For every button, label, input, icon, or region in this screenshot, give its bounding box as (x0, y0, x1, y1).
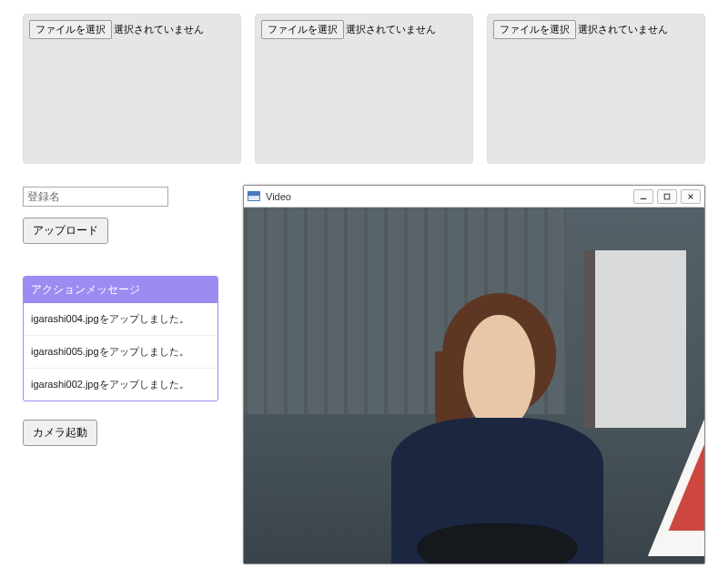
action-messages-panel: アクションメッセージ igarashi004.jpgをアップしました。 igar… (23, 276, 218, 401)
maximize-icon (663, 193, 671, 200)
video-window-title: Video (266, 191, 628, 202)
upload-slot: ファイルを選択 選択されていません (487, 14, 705, 164)
video-scene-pan (417, 523, 578, 563)
upload-slot: ファイルを選択 選択されていません (255, 14, 473, 164)
svg-rect-1 (664, 194, 670, 199)
action-messages-header: アクションメッセージ (24, 277, 217, 303)
close-button[interactable] (681, 189, 701, 204)
choose-file-button[interactable]: ファイルを選択 (261, 20, 344, 39)
file-selected-status: 選択されていません (578, 23, 668, 36)
maximize-button[interactable] (657, 189, 677, 204)
action-message-item: igarashi005.jpgをアップしました。 (24, 336, 217, 369)
file-selected-status: 選択されていません (114, 23, 204, 36)
upload-slots-row: ファイルを選択 選択されていません ファイルを選択 選択されていません ファイル… (0, 0, 728, 173)
video-window: Video (243, 185, 705, 564)
left-controls-column: アップロード アクションメッセージ igarashi004.jpgをアップしまし… (23, 187, 218, 446)
video-frame (244, 208, 704, 563)
minimize-icon (640, 193, 647, 200)
camera-start-button[interactable]: カメラ起動 (23, 420, 97, 446)
choose-file-button[interactable]: ファイルを選択 (29, 20, 112, 39)
action-message-item: igarashi004.jpgをアップしました。 (24, 303, 217, 336)
video-scene-person (391, 293, 603, 563)
minimize-button[interactable] (633, 189, 653, 204)
upload-button[interactable]: アップロード (23, 218, 108, 244)
video-window-titlebar[interactable]: Video (244, 186, 704, 208)
video-scene-person-head (463, 315, 535, 431)
window-buttons-group (633, 189, 701, 204)
register-name-input[interactable] (23, 187, 168, 207)
choose-file-button[interactable]: ファイルを選択 (493, 20, 576, 39)
upload-slot: ファイルを選択 選択されていません (23, 14, 241, 164)
file-selected-status: 選択されていません (346, 23, 436, 36)
close-icon (687, 193, 694, 200)
action-message-item: igarashi002.jpgをアップしました。 (24, 369, 217, 401)
video-app-icon (248, 191, 260, 201)
